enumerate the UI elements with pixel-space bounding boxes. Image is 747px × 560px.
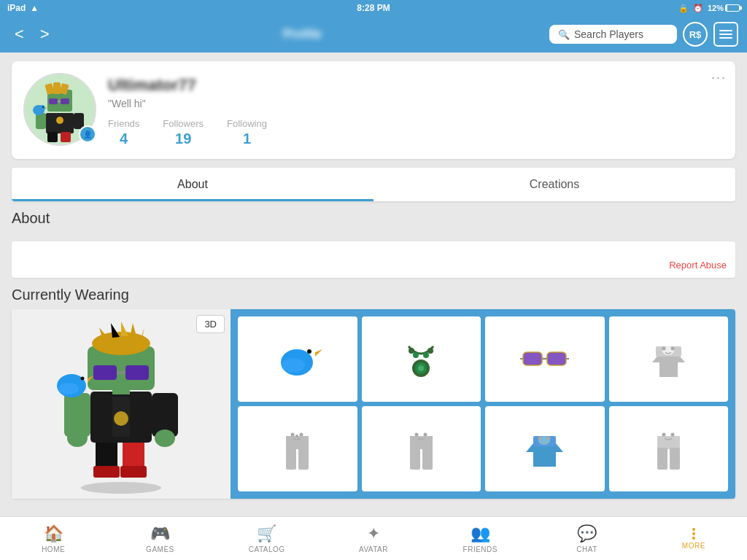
svg-point-83 xyxy=(300,433,303,437)
wearing-section: Currently Wearing 3D xyxy=(0,278,747,502)
svg-point-57 xyxy=(409,348,414,354)
item-cell-8[interactable] xyxy=(609,406,729,491)
svg-point-56 xyxy=(418,365,424,371)
wearing-title: Currently Wearing xyxy=(12,287,735,303)
svg-point-52 xyxy=(282,358,305,373)
svg-point-19 xyxy=(81,482,161,494)
svg-point-14 xyxy=(39,105,45,111)
tab-creations[interactable]: Creations xyxy=(374,168,735,201)
svg-rect-62 xyxy=(523,352,542,365)
nav-catalog[interactable]: 🛒 CATALOG xyxy=(214,517,320,560)
wearing-content: 3D xyxy=(12,309,735,499)
svg-point-59 xyxy=(423,352,429,358)
item-cell-3[interactable] xyxy=(485,316,605,402)
games-icon: 🎮 xyxy=(150,524,170,543)
report-abuse-link[interactable]: Report Abuse xyxy=(669,260,727,271)
svg-rect-86 xyxy=(410,448,420,470)
about-section: About xyxy=(0,201,747,241)
tab-about[interactable]: About xyxy=(12,168,374,201)
robux-icon: R$ xyxy=(689,29,702,40)
svg-point-29 xyxy=(67,429,88,447)
alarm-icon: ⏰ xyxy=(693,4,703,13)
friends-label: Friends xyxy=(108,118,139,129)
status-time: 8:28 PM xyxy=(357,3,390,13)
back-button[interactable]: < xyxy=(9,23,30,45)
svg-rect-63 xyxy=(547,352,566,365)
nav-more[interactable]: MORE xyxy=(640,517,747,560)
chat-icon: 💬 xyxy=(577,524,597,543)
online-badge: 👤 xyxy=(79,125,96,143)
svg-rect-101 xyxy=(670,448,680,470)
nav-bar: < > Profile 🔍 Search Players R$ xyxy=(0,16,747,52)
about-title: About xyxy=(12,210,735,227)
nav-arrows: < > xyxy=(9,23,55,45)
battery: 12% xyxy=(708,4,740,12)
friends-value: 4 xyxy=(108,131,139,147)
item-cell-5[interactable] xyxy=(238,406,357,491)
device-label: iPad xyxy=(7,3,26,13)
search-box[interactable]: 🔍 Search Players xyxy=(549,25,677,44)
item-cell-7[interactable] xyxy=(485,406,605,491)
item-cell-4[interactable] xyxy=(609,316,729,402)
battery-bar xyxy=(725,4,740,12)
more-icon xyxy=(692,528,695,540)
following-label: Following xyxy=(227,118,267,129)
search-icon: 🔍 xyxy=(558,29,570,40)
item-pants-1 xyxy=(270,421,325,476)
svg-point-76 xyxy=(670,347,674,351)
nav-games[interactable]: 🎮 GAMES xyxy=(107,517,213,560)
svg-point-58 xyxy=(413,352,419,358)
svg-rect-9 xyxy=(36,113,46,129)
svg-point-88 xyxy=(414,433,418,437)
3d-button[interactable]: 3D xyxy=(196,315,225,333)
svg-point-17 xyxy=(56,117,63,124)
profile-details: Ultimator77 "Well hi" Friends 4 Follower… xyxy=(108,73,724,147)
lock-icon: 🔒 xyxy=(678,4,689,13)
menu-line-2 xyxy=(719,34,732,35)
svg-point-26 xyxy=(114,411,128,426)
svg-rect-11 xyxy=(47,132,58,142)
bottom-nav: 🏠 HOME 🎮 GAMES 🛒 CATALOG ✦ AVATAR 👥 FRIE… xyxy=(0,516,747,560)
svg-rect-70 xyxy=(659,354,678,377)
followers-label: Followers xyxy=(163,118,204,129)
avatar-icon: ✦ xyxy=(367,524,380,543)
item-cell-1[interactable] xyxy=(238,316,357,402)
status-right: 🔒 ⏰ 12% xyxy=(678,4,740,13)
svg-rect-23 xyxy=(120,466,147,478)
home-icon: 🏠 xyxy=(44,524,63,543)
svg-point-30 xyxy=(155,429,175,447)
battery-fill xyxy=(726,5,727,11)
nav-home[interactable]: 🏠 HOME xyxy=(0,517,107,560)
svg-point-51 xyxy=(307,349,311,354)
nav-chat[interactable]: 💬 CHAT xyxy=(533,517,640,560)
svg-point-81 xyxy=(295,435,298,438)
menu-line-1 xyxy=(719,30,732,31)
profile-username: Ultimator77 xyxy=(108,76,724,95)
online-icon: 👤 xyxy=(83,131,92,139)
svg-rect-79 xyxy=(286,448,296,470)
svg-rect-39 xyxy=(93,365,117,380)
svg-rect-6 xyxy=(61,98,69,104)
forward-button[interactable]: > xyxy=(34,23,55,45)
main-content: ··· xyxy=(0,52,747,516)
catalog-icon: 🛒 xyxy=(257,524,276,543)
nav-avatar[interactable]: ✦ AVATAR xyxy=(320,517,427,560)
friends-stat: Friends 4 xyxy=(108,118,139,147)
item-necklace xyxy=(394,332,449,386)
menu-button[interactable] xyxy=(713,22,738,47)
item-cell-6[interactable] xyxy=(362,406,481,491)
svg-point-75 xyxy=(662,347,665,351)
status-bar: iPad ▲ 8:28 PM 🔒 ⏰ 12% xyxy=(0,0,747,16)
tabs-bar: About Creations xyxy=(12,168,735,201)
about-box: Report Abuse xyxy=(12,241,735,278)
nav-friends[interactable]: 👥 FRIENDS xyxy=(427,517,533,560)
chat-label: CHAT xyxy=(576,545,597,553)
item-pants-2 xyxy=(394,421,449,476)
svg-point-45 xyxy=(81,377,85,381)
search-placeholder: Search Players xyxy=(574,28,643,40)
item-blue-outfit xyxy=(517,421,572,476)
robux-button[interactable]: R$ xyxy=(683,22,708,47)
avatar-wrap: 👤 xyxy=(23,73,96,146)
friends-label: FRIENDS xyxy=(463,545,498,553)
item-cell-2[interactable] xyxy=(362,316,481,402)
